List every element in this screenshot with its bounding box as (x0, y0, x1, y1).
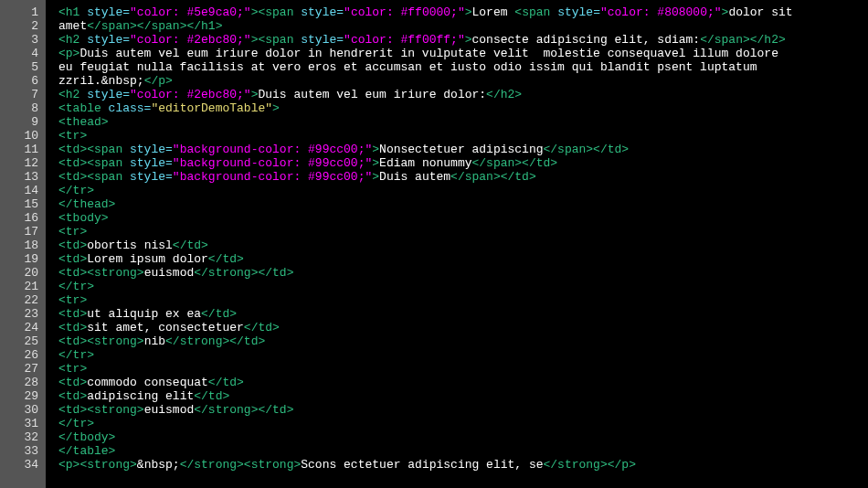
line-number: 20 (0, 266, 38, 280)
line-number: 22 (0, 293, 38, 307)
token-tag: <h1 (58, 5, 87, 19)
token-txt: &nbsp; (137, 458, 180, 472)
code-line[interactable]: <tr> (58, 362, 793, 376)
token-tag: </span></td> (450, 170, 536, 184)
code-line[interactable]: <tr> (58, 129, 793, 143)
line-number: 26 (0, 348, 38, 362)
code-line[interactable]: <td>obortis nisl</td> (58, 239, 793, 252)
token-tag: <tr> (58, 362, 87, 376)
code-line[interactable]: <td><span style="background-color: #99cc… (58, 143, 793, 156)
code-line[interactable]: <td>sit amet, consectetuer</td> (58, 321, 793, 334)
code-line[interactable]: <p><strong>&nbsp;</strong><strong>Scons … (58, 458, 793, 472)
code-line[interactable]: <td><span style="background-color: #99cc… (58, 156, 793, 170)
token-attr: style= (301, 5, 344, 19)
token-txt: dolor sit (728, 5, 792, 19)
code-line[interactable]: <h1 style="color: #5e9ca0;"><span style=… (58, 5, 793, 19)
token-txt: Duis autem (379, 170, 450, 184)
token-str-yellow: "editorDemoTable" (151, 101, 272, 115)
token-tag: </thead> (58, 197, 115, 211)
code-line[interactable]: </tr> (58, 280, 793, 293)
code-line[interactable]: <td><strong>euismod</strong></td> (58, 403, 793, 417)
code-line[interactable]: </table> (58, 444, 793, 458)
token-tag: </tr> (58, 184, 94, 197)
token-tag: > (465, 33, 472, 47)
code-editor-content[interactable]: <h1 style="color: #5e9ca0;"><span style=… (46, 0, 800, 488)
token-tag: <td> (58, 239, 87, 252)
code-line[interactable]: <td><strong>euismod</strong></td> (58, 266, 793, 280)
token-txt: Duis autem vel eum iriure dolor in hendr… (79, 47, 778, 60)
token-tag: <span (514, 5, 557, 19)
code-line[interactable]: <td>Lorem ipsum dolor</td> (58, 252, 793, 266)
line-number: 17 (0, 225, 38, 239)
token-tag: </td> (208, 376, 244, 389)
token-attr: style= (301, 33, 344, 47)
token-tag: <table (58, 101, 109, 115)
line-number: 9 (0, 115, 38, 129)
code-line[interactable]: </tr> (58, 417, 793, 430)
token-tag: <td><strong> (58, 334, 144, 348)
token-attr: style= (130, 170, 173, 184)
code-line[interactable]: </tr> (58, 348, 793, 362)
token-tag: <td><span (58, 156, 130, 170)
token-txt: adipiscing elit (87, 389, 194, 403)
token-str-pink: "color: #2ebc80;" (130, 33, 251, 47)
token-txt: Scons ectetuer adipiscing elit, se (301, 458, 543, 472)
code-line[interactable]: <td>adipiscing elit</td> (58, 389, 793, 403)
token-tag: <h2 (58, 88, 87, 101)
token-tag: <td> (58, 389, 87, 403)
line-number: 13 (0, 170, 38, 184)
code-line[interactable]: eu feugiat nulla facilisis at vero eros … (58, 60, 793, 74)
code-line[interactable]: <thead> (58, 115, 793, 129)
token-tag: <tr> (58, 129, 87, 143)
token-tag: <tr> (58, 225, 87, 239)
token-tag: <td><strong> (58, 266, 144, 280)
line-number: 5 (0, 60, 38, 74)
code-line[interactable]: <table class="editorDemoTable"> (58, 101, 793, 115)
code-line[interactable]: <h2 style="color: #2ebc80;"><span style=… (58, 33, 793, 47)
token-tag: </p> (144, 74, 173, 88)
token-txt: Nonsectetuer adipiscing (379, 143, 543, 156)
line-number: 18 (0, 239, 38, 252)
token-txt: consecte adipiscing elit, sdiam: (472, 33, 701, 47)
code-line[interactable]: <tr> (58, 293, 793, 307)
token-attr: style= (130, 143, 173, 156)
line-number: 23 (0, 307, 38, 321)
token-txt: ut aliquip ex ea (87, 307, 201, 321)
token-tag: <tr> (58, 293, 87, 307)
token-tag: <td> (58, 307, 87, 321)
code-line[interactable]: amet</span></span></h1> (58, 19, 793, 33)
code-line[interactable]: <tbody> (58, 211, 793, 225)
token-tag: <tbody> (58, 211, 109, 225)
token-tag: > (272, 101, 280, 115)
token-tag: > (372, 143, 379, 156)
token-txt: Duis autem vel eum iriure dolor: (258, 88, 486, 101)
code-line[interactable]: <tr> (58, 225, 793, 239)
code-line[interactable]: <h2 style="color: #2ebc80;">Duis autem v… (58, 88, 793, 101)
token-tag: <td> (58, 252, 87, 266)
line-number: 2 (0, 19, 38, 33)
code-line[interactable]: <p>Duis autem vel eum iriure dolor in he… (58, 47, 793, 60)
token-txt: Lorem ipsum dolor (87, 252, 208, 266)
token-str-pink: "color: #5e9ca0;" (130, 5, 251, 19)
token-tag: </tr> (58, 348, 94, 362)
line-number: 15 (0, 197, 38, 211)
token-tag: </strong><strong> (180, 458, 302, 472)
code-line[interactable]: </tbody> (58, 430, 793, 444)
code-line[interactable]: </thead> (58, 197, 793, 211)
token-txt: euismod (144, 403, 195, 417)
code-line[interactable]: <td>commodo consequat</td> (58, 376, 793, 389)
token-txt: Ediam nonummy (379, 156, 471, 170)
line-number: 1 (0, 5, 38, 19)
line-number: 29 (0, 389, 38, 403)
line-number: 10 (0, 129, 38, 143)
token-tag: </td> (173, 239, 208, 252)
code-line[interactable]: zzril.&nbsp;</p> (58, 74, 793, 88)
code-line[interactable]: <td>ut aliquip ex ea</td> (58, 307, 793, 321)
code-line[interactable]: <td><span style="background-color: #99cc… (58, 170, 793, 184)
line-number: 21 (0, 280, 38, 293)
code-line[interactable]: <td><strong>nib</strong></td> (58, 334, 793, 348)
line-number-gutter: 1234567891011121314151617181920212223242… (0, 0, 46, 488)
code-line[interactable]: </tr> (58, 184, 793, 197)
line-number: 27 (0, 362, 38, 376)
token-tag: > (372, 170, 379, 184)
